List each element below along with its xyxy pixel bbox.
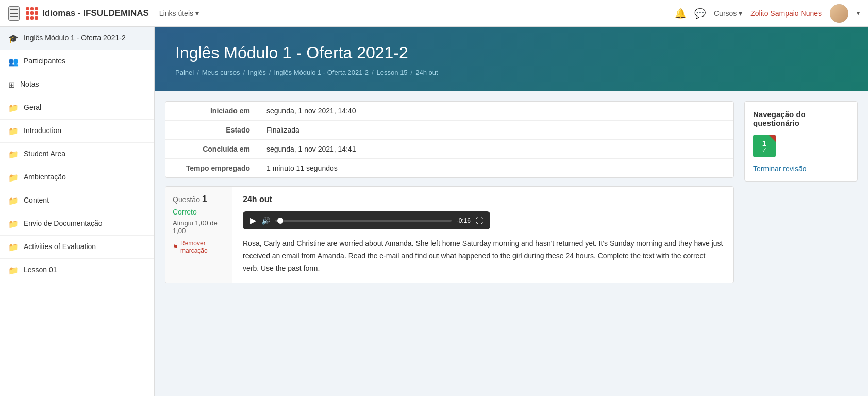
grid-icon: ⊞ bbox=[8, 80, 15, 90]
user-dropdown-arrow[interactable]: ▾ bbox=[857, 10, 860, 17]
course-header: Inglês Módulo 1 - Oferta 2021-2 Painel /… bbox=[155, 27, 868, 91]
breadcrumb-lesson15[interactable]: Lesson 15 bbox=[377, 69, 408, 76]
info-value-tempo: 1 minuto 11 segundos bbox=[258, 159, 346, 177]
logo-dot-8 bbox=[30, 16, 34, 20]
site-logo[interactable]: Idiomas - IFSULDEMINAS bbox=[26, 7, 149, 20]
logo-dot-3 bbox=[35, 7, 38, 11]
remove-flag-button[interactable]: ⚑ Remover marcação bbox=[173, 240, 225, 254]
question-score: Atingiu 1,00 de 1,00 bbox=[173, 219, 225, 235]
sidebar-item-label: Student Area bbox=[24, 149, 65, 159]
checkmark-icon: ✓ bbox=[762, 147, 767, 153]
sidebar-item-label: Inglês Módulo 1 - Oferta 2021-2 bbox=[24, 33, 126, 43]
folder-icon: 📁 bbox=[8, 126, 19, 136]
sidebar-item-ingles-modulo[interactable]: 🎓 Inglês Módulo 1 - Oferta 2021-2 bbox=[0, 27, 154, 50]
people-icon: 👥 bbox=[8, 57, 19, 67]
folder-icon: 📁 bbox=[8, 219, 19, 229]
sidebar-item-participantes[interactable]: 👥 Participantes bbox=[0, 50, 154, 73]
info-value-estado: Finalizada bbox=[258, 121, 308, 139]
sidebar-item-label: Geral bbox=[24, 103, 41, 113]
course-title: Inglês Módulo 1 - Oferta 2021-2 bbox=[175, 43, 847, 62]
question-content: 24h out ▶ 🔊 -0:16 ⛶ Rosa, Carly and Chri… bbox=[232, 187, 733, 283]
notification-bell-icon[interactable]: 🔔 bbox=[675, 8, 686, 19]
red-corner-indicator bbox=[769, 135, 776, 142]
breadcrumb: Painel / Meus cursos / Inglês / Inglês M… bbox=[175, 69, 847, 76]
logo-dot-7 bbox=[26, 16, 29, 20]
info-label: Tempo empregado bbox=[165, 159, 258, 177]
breadcrumb-sep: / bbox=[197, 69, 199, 76]
sidebar-item-lesson-01[interactable]: 📁 Lesson 01 bbox=[0, 259, 154, 282]
info-row-concluida: Concluída em segunda, 1 nov 2021, 14:41 bbox=[165, 140, 733, 159]
avatar-image bbox=[830, 4, 848, 23]
topnav-right-area: 🔔 💬 Cursos ▾ Zolito Sampaio Nunes ▾ bbox=[675, 4, 860, 23]
sidebar-item-notas[interactable]: ⊞ Notas bbox=[0, 73, 154, 96]
question-sidebar: Questão 1 Correto Atingiu 1,00 de 1,00 ⚑… bbox=[165, 187, 232, 283]
sidebar-item-label: Notas bbox=[20, 79, 39, 90]
breadcrumb-ingles[interactable]: Inglês bbox=[248, 69, 266, 76]
sidebar-item-ambientacao[interactable]: 📁 Ambientação bbox=[0, 166, 154, 189]
cursos-menu[interactable]: Cursos ▾ bbox=[714, 9, 742, 18]
sidebar-item-content[interactable]: 📁 Content bbox=[0, 189, 154, 212]
folder-icon: 📁 bbox=[8, 242, 19, 252]
breadcrumb-sep: / bbox=[269, 69, 271, 76]
breadcrumb-ingles-modulo[interactable]: Inglês Módulo 1 - Oferta 2021-2 bbox=[274, 69, 369, 76]
sidebar-item-student-area[interactable]: 📁 Student Area bbox=[0, 143, 154, 166]
folder-icon: 📁 bbox=[8, 266, 19, 275]
sidebar-item-label: Ambientação bbox=[24, 172, 66, 183]
sidebar-item-introduction[interactable]: 📁 Introduction bbox=[0, 120, 154, 143]
logo-dot-9 bbox=[35, 16, 38, 20]
logo-dot-4 bbox=[26, 11, 29, 15]
audio-player: ▶ 🔊 -0:16 ⛶ bbox=[243, 211, 490, 229]
folder-icon: 📁 bbox=[8, 103, 19, 113]
top-navigation: ☰ Idiomas - IFSULDEMINAS Links úteis ▾ 🔔… bbox=[0, 0, 868, 27]
user-name[interactable]: Zolito Sampaio Nunes bbox=[750, 9, 822, 18]
info-label: Concluída em bbox=[165, 140, 258, 158]
breadcrumb-painel[interactable]: Painel bbox=[175, 69, 194, 76]
sidebar-item-label: Participantes bbox=[24, 56, 65, 67]
logo-dot-6 bbox=[35, 11, 38, 15]
main-content: Iniciado em segunda, 1 nov 2021, 14:40 E… bbox=[155, 91, 868, 396]
question-title: 24h out bbox=[243, 195, 723, 204]
logo-dot-1 bbox=[26, 7, 29, 11]
flag-icon: ⚑ bbox=[173, 243, 178, 251]
sidebar-item-activities-evaluation[interactable]: 📁 Activities of Evaluation bbox=[0, 236, 154, 259]
logo-dot-2 bbox=[30, 7, 34, 11]
sidebar-item-label: Introduction bbox=[24, 126, 61, 136]
sidebar-item-label: Activities of Evaluation bbox=[24, 242, 96, 252]
info-row-iniciado: Iniciado em segunda, 1 nov 2021, 14:40 bbox=[165, 102, 733, 121]
breadcrumb-meus-cursos[interactable]: Meus cursos bbox=[202, 69, 240, 76]
content-area: Inglês Módulo 1 - Oferta 2021-2 Painel /… bbox=[155, 27, 868, 396]
sidebar-item-label: Envio de Documentação bbox=[24, 219, 103, 229]
main-layout: 🎓 Inglês Módulo 1 - Oferta 2021-2 👥 Part… bbox=[0, 27, 868, 396]
breadcrumb-sep: / bbox=[372, 69, 374, 76]
sidebar-item-geral[interactable]: 📁 Geral bbox=[0, 96, 154, 120]
play-button[interactable]: ▶ bbox=[250, 216, 256, 225]
chat-bubble-icon[interactable]: 💬 bbox=[694, 8, 706, 19]
sidebar-item-label: Lesson 01 bbox=[24, 265, 57, 275]
logo-grid-icon bbox=[26, 7, 38, 20]
info-label: Iniciado em bbox=[165, 102, 258, 120]
quiz-nav-item-1[interactable]: 1 ✓ bbox=[753, 135, 776, 157]
avatar[interactable] bbox=[830, 4, 848, 23]
folder-icon: 📁 bbox=[8, 173, 19, 183]
mortarboard-icon: 🎓 bbox=[8, 34, 19, 43]
question-block: Questão 1 Correto Atingiu 1,00 de 1,00 ⚑… bbox=[165, 186, 734, 283]
quiz-nav-title: Navegação do questionário bbox=[753, 110, 849, 127]
sidebar: 🎓 Inglês Módulo 1 - Oferta 2021-2 👥 Part… bbox=[0, 27, 155, 396]
logo-dot-5 bbox=[30, 11, 34, 15]
question-text: Rosa, Carly and Christine are worried ab… bbox=[243, 238, 723, 274]
quiz-navigation: Navegação do questionário 1 ✓ Terminar r… bbox=[744, 101, 858, 182]
audio-progress-bar[interactable] bbox=[275, 220, 452, 222]
folder-icon: 📁 bbox=[8, 196, 19, 206]
volume-button[interactable]: 🔊 bbox=[261, 217, 270, 225]
fullscreen-button[interactable]: ⛶ bbox=[476, 217, 483, 225]
links-uteis-menu[interactable]: Links úteis ▾ bbox=[159, 9, 199, 18]
sidebar-item-envio-documentacao[interactable]: 📁 Envio de Documentação bbox=[0, 212, 154, 236]
quiz-area: Iniciado em segunda, 1 nov 2021, 14:40 E… bbox=[165, 101, 734, 386]
hamburger-menu[interactable]: ☰ bbox=[8, 6, 20, 21]
info-row-estado: Estado Finalizada bbox=[165, 121, 733, 140]
breadcrumb-24h-out[interactable]: 24h out bbox=[415, 69, 438, 76]
info-label: Estado bbox=[165, 121, 258, 139]
breadcrumb-sep: / bbox=[243, 69, 245, 76]
terminar-revisao-link[interactable]: Terminar revisão bbox=[753, 164, 806, 173]
info-value-concluida: segunda, 1 nov 2021, 14:41 bbox=[258, 140, 364, 158]
